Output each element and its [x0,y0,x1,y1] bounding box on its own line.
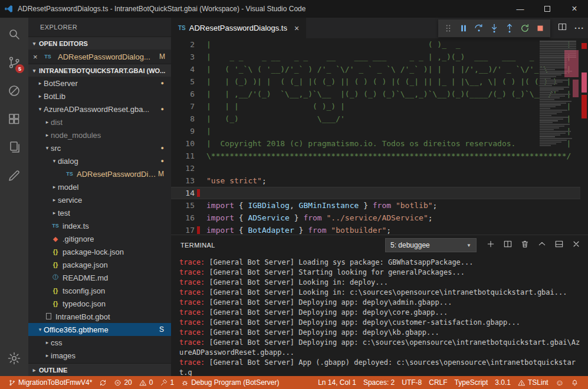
status-tools[interactable]: 1 [156,376,178,389]
chevron-right-icon[interactable]: ▸ [44,132,51,138]
code-line[interactable]: 7| | | ( )_) | | [171,100,588,113]
step-over-icon[interactable] [472,21,486,35]
status-bug[interactable]: Debug Program (BotServer) [178,376,282,389]
search-icon[interactable] [0,20,28,48]
terminal-tab[interactable]: TERMINAL [180,242,215,249]
tree-item-css[interactable]: ▸css [28,336,171,349]
plus-icon[interactable] [486,239,495,251]
maximize-button[interactable] [534,0,561,18]
code-line[interactable]: 14 [171,187,588,199]
trash-icon[interactable] [520,239,530,251]
panel-icon[interactable] [554,239,564,251]
chevron-down-icon[interactable]: ▾ [44,145,51,151]
chevron-right-icon[interactable]: ▸ [44,119,51,125]
tree-item-typedoc-json[interactable]: {}typedoc.json [28,297,171,310]
status-sync[interactable] [96,376,110,389]
editor-scrollbar[interactable] [580,38,588,235]
restart-icon[interactable] [518,21,532,35]
status-utf-8[interactable]: UTF-8 [398,376,425,389]
tree-item-package-json[interactable]: {}package.json [28,258,171,271]
close-icon[interactable]: × [33,52,40,61]
code-line[interactable]: 17import { BotAdapter } from "botbuilder… [171,224,588,235]
tree-item-office365-gbtheme[interactable]: ▾Office365.gbthemeS [28,323,171,336]
code-line[interactable]: 12 [171,162,588,174]
minimize-button[interactable]: — [507,0,534,18]
tree-item--gitignore[interactable]: ◆.gitignore [28,232,171,245]
more-actions-icon[interactable]: ··· [574,24,584,33]
minimap[interactable] [538,38,580,235]
tree-item-readme-md[interactable]: README.md [28,271,171,284]
open-editor-item[interactable]: ×TSADResetPasswordDialog...M [28,50,171,64]
code-line[interactable]: 4| ( '_`\ ( '__)/'_` ) /'_ `\/' _ ` _ `\… [171,63,588,75]
terminal-output[interactable]: trace: [General Bot Server] Loading sys … [171,255,588,376]
chevron-right-icon[interactable]: ▸ [37,93,44,99]
tree-item-adresetpassworddial-[interactable]: TSADResetPasswordDial...M [28,167,171,180]
outline-header[interactable]: ▸ OUTLINE [28,363,171,376]
code-line[interactable]: 10| Copyright 2018 (c) pragmatismo.io. T… [171,137,588,150]
code-line[interactable]: 11\*************************************… [171,150,588,162]
tab-close-icon[interactable]: × [294,24,299,33]
tree-item-dialog[interactable]: ▾dialog● [28,154,171,167]
chevron-down-icon[interactable]: ▾ [51,158,58,164]
settings-icon[interactable] [0,344,28,372]
status-warning[interactable]: 0 [136,376,157,389]
status-ln-14-col-1[interactable]: Ln 14, Col 1 [314,376,360,389]
chevron-down-icon[interactable]: ▾ [37,106,44,112]
tree-item-model[interactable]: ▸model [28,180,171,193]
tab-adresetpassworddialogs[interactable]: TS ADResetPasswordDialogs.ts × [171,18,306,38]
code-line[interactable]: 6| | ,__/'(_) `\__,_)`\__ |(_) (_) (_)`\… [171,88,588,100]
tree-item-node-modules[interactable]: ▸node_modules [28,128,171,141]
status-bell[interactable] [567,376,582,389]
code-line[interactable]: 16import { ADService } from "../service/… [171,212,588,224]
code-editor[interactable]: 2| ( )_ _ |3| _ _ _ __ _ _ __ ___ ___ _ … [171,38,588,235]
chevron-right-icon[interactable]: ▸ [44,352,51,358]
status-3-0-1[interactable]: 3.0.1 [491,376,514,389]
tree-item-images[interactable]: ▸images [28,349,171,362]
tree-item-service[interactable]: ▸service [28,193,171,206]
debug-icon[interactable] [0,77,28,105]
step-out-icon[interactable] [502,21,517,35]
tree-item-index-ts[interactable]: TSindex.ts [28,219,171,232]
chevron-right-icon[interactable]: ▸ [37,80,44,86]
tree-item-azureadpasswordreset-gba-[interactable]: ▾AzureADPasswordReset.gba...● [28,103,171,116]
split-editor-icon[interactable] [503,239,513,251]
extensions-icon[interactable] [0,105,28,133]
tree-item-package-lock-json[interactable]: {}package-lock.json [28,245,171,258]
open-editors-header[interactable]: ▾ OPEN EDITORS [28,37,171,50]
tree-item-botlib[interactable]: ▸BotLib [28,90,171,103]
status-error[interactable]: 20 [110,376,135,389]
chevron-right-icon[interactable]: ▸ [44,339,51,345]
code-line[interactable]: 3| _ _ _ __ _ _ __ ___ ___ _ _ | ,_)(_) … [171,51,588,63]
chevron-right-icon[interactable]: ▸ [51,197,58,203]
tree-item-botserver[interactable]: ▸BotServer● [28,77,171,90]
status-smiley[interactable]: ☺ [552,376,567,389]
chevron-right-icon[interactable]: ▸ [51,184,58,190]
pause-icon[interactable] [456,21,471,35]
code-line[interactable]: 2| ( )_ _ | [171,38,588,51]
split-editor-icon[interactable] [557,22,567,34]
chevron-up-icon[interactable] [537,239,547,251]
edit-icon[interactable] [0,161,28,190]
code-line[interactable]: 5| | (_) )| | ( (_| |( (_) || ( ) ( ) |(… [171,75,588,88]
workspace-header[interactable]: ▾ INTRANETBOTQUICKSTART.GBAI (WO... [28,64,171,77]
code-line[interactable]: 9| | [171,125,588,137]
tree-item-test[interactable]: ▸test [28,206,171,219]
status-warning[interactable]: TSLint [514,376,552,389]
close-button[interactable]: × [561,0,588,18]
tree-item-intranetbot-gbot[interactable]: IntranetBot.gbot [28,310,171,323]
code-line[interactable]: 13"use strict"; [171,174,588,187]
tree-item-src[interactable]: ▾src● [28,141,171,154]
chevron-right-icon[interactable]: ▸ [51,210,58,216]
close-x-icon[interactable] [571,239,581,251]
terminal-select[interactable]: 5: debuggee ▼ [385,238,477,252]
code-line[interactable]: 15import { IGBDialog, GBMinInstance } fr… [171,199,588,212]
stop-icon[interactable] [533,21,547,35]
step-into-icon[interactable] [487,21,501,35]
source-control-icon[interactable]: 5 [0,48,28,77]
chevron-down-icon[interactable]: ▾ [37,327,44,332]
status-crlf[interactable]: CRLF [425,376,451,389]
code-line[interactable]: 8| (_) \___/' | [171,113,588,125]
status-typescript[interactable]: TypeScript [451,376,492,389]
status-branch[interactable]: MigrationToBotFmwV4* [5,376,96,389]
files-icon[interactable] [0,133,28,161]
